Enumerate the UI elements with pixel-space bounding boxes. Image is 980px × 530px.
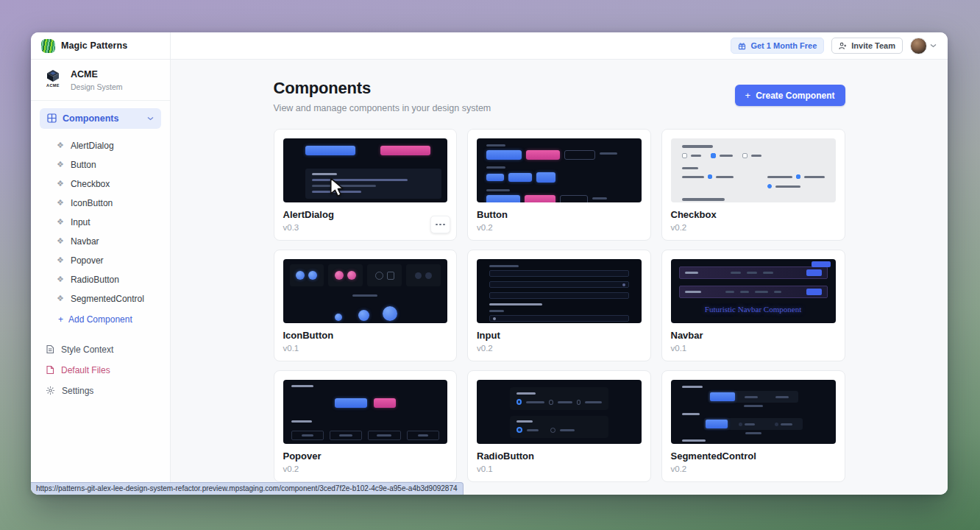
component-icon: ❖ [57, 275, 64, 283]
plus-icon: + [58, 314, 63, 325]
card-iconbutton[interactable]: IconButton v0.1 [274, 250, 458, 361]
component-icon: ❖ [57, 199, 64, 207]
default-files-label: Default Files [61, 365, 110, 375]
add-component-button[interactable]: +Add Component [31, 308, 170, 331]
person-plus-icon [839, 42, 847, 50]
button-preview [477, 138, 642, 202]
sidebar: ACME ACME Design System Components ❖Aler… [31, 60, 171, 495]
card-name: Button [477, 209, 642, 220]
mock-icon-panel [406, 264, 441, 286]
radiobutton-preview [477, 380, 642, 444]
card-checkbox[interactable]: Checkbox v0.2 [661, 129, 845, 241]
page-subtitle: View and manage components in your desig… [274, 103, 491, 113]
mock-code-panel [305, 169, 442, 199]
component-icon: ❖ [57, 141, 64, 149]
card-segmentedcontrol[interactable]: SegmentedControl v0.2 [661, 370, 845, 482]
sidebar-item-popover[interactable]: ❖Popover [31, 251, 170, 270]
card-radiobutton[interactable]: RadioButton v0.1 [467, 370, 651, 482]
card-version: v0.1 [671, 344, 836, 353]
mock-size-item [356, 310, 371, 323]
components-nav-label: Components [63, 113, 118, 124]
mock-position-button [407, 431, 439, 440]
card-name: Input [477, 330, 642, 341]
get-month-free-button[interactable]: Get 1 Month Free [731, 38, 824, 54]
card-navbar[interactable]: Futuristic Navbar Component Navbar v0.1 [661, 250, 845, 361]
card-button[interactable]: Button v0.2 [467, 129, 651, 241]
account-menu[interactable] [910, 38, 937, 54]
invite-team-label: Invite Team [851, 41, 895, 50]
grid-icon [47, 113, 57, 123]
avatar [910, 38, 927, 54]
component-label: SegmentedControl [71, 294, 144, 304]
sidebar-item-segmentedcontrol[interactable]: ❖SegmentedControl [31, 289, 170, 308]
mock-icon-panel [328, 264, 363, 286]
sidebar-item-components[interactable]: Components [40, 108, 161, 129]
card-name: Navbar [671, 330, 836, 341]
sidebar-item-default-files[interactable]: Default Files [31, 360, 170, 381]
sidebar-item-radiobutton[interactable]: ❖RadioButton [31, 270, 170, 289]
gear-icon [46, 386, 55, 395]
component-label: Navbar [71, 236, 99, 247]
page-title: Components [274, 79, 491, 98]
mock-checkbox-row [682, 153, 825, 158]
sidebar-item-input[interactable]: ❖Input [31, 213, 170, 232]
component-grid: AlertDialog v0.3 [274, 129, 845, 482]
card-version: v0.3 [283, 223, 448, 232]
card-version: v0.2 [477, 223, 642, 232]
mock-segmented-row [682, 386, 825, 407]
component-icon: ❖ [57, 294, 64, 303]
workspace-name: ACME [71, 69, 123, 81]
invite-team-button[interactable]: Invite Team [831, 38, 903, 54]
card-input[interactable]: Input v0.2 [467, 250, 651, 361]
component-label: Input [71, 217, 90, 227]
mock-size-item [383, 306, 397, 323]
component-label: Checkbox [71, 179, 110, 189]
brand-area[interactable]: Magic Patterns [31, 32, 171, 59]
mock-size-item [333, 314, 344, 323]
mock-icon-panel [367, 264, 402, 286]
app-header: Magic Patterns Get 1 Month Free [31, 32, 948, 60]
card-name: IconButton [283, 330, 448, 341]
sidebar-item-navbar[interactable]: ❖Navbar [31, 232, 170, 251]
chevron-down-icon [930, 43, 937, 48]
status-url-bar: https://patterns-git-alex-lee-design-sys… [31, 482, 464, 495]
file-icon [46, 365, 54, 375]
sidebar-item-button[interactable]: ❖Button [31, 155, 170, 174]
main-content: Components View and manage components in… [171, 60, 948, 495]
sidebar-item-checkbox[interactable]: ❖Checkbox [31, 174, 170, 194]
workspace-switcher[interactable]: ACME ACME Design System [31, 60, 170, 101]
mock-input-field [489, 281, 629, 288]
mock-input-field [489, 292, 629, 299]
sidebar-item-settings[interactable]: Settings [31, 381, 170, 401]
component-icon: ❖ [57, 160, 64, 169]
card-version: v0.2 [671, 464, 836, 473]
card-name: Popover [283, 451, 448, 462]
gift-icon [738, 42, 746, 50]
component-list: ❖AlertDialog ❖Button ❖Checkbox ❖IconButt… [31, 133, 170, 332]
card-version: v0.1 [477, 464, 642, 473]
component-icon: ❖ [57, 256, 64, 264]
component-label: RadioButton [71, 275, 119, 285]
mock-position-button [291, 431, 324, 440]
card-popover[interactable]: Popover v0.2 [274, 370, 458, 482]
mock-section [486, 166, 632, 183]
create-component-button[interactable]: + Create Component [735, 85, 845, 106]
acme-logo: ACME [43, 69, 63, 88]
mock-position-button [330, 431, 362, 440]
navbar-preview: Futuristic Navbar Component [671, 259, 836, 323]
desktop-background: { "browser": { "status_url": "https://pa… [0, 0, 980, 530]
sidebar-item-iconbutton[interactable]: ❖IconButton [31, 194, 170, 213]
card-version: v0.2 [477, 344, 642, 353]
sidebar-item-style-context[interactable]: Style Context [31, 339, 170, 360]
ellipsis-icon [439, 224, 441, 226]
component-label: Button [71, 160, 96, 170]
card-version: v0.2 [671, 223, 836, 232]
card-name: Checkbox [671, 209, 836, 220]
card-menu-button[interactable] [430, 216, 450, 233]
mock-section [486, 144, 632, 160]
style-context-label: Style Context [61, 344, 113, 355]
settings-label: Settings [62, 386, 93, 396]
card-alertdialog[interactable]: AlertDialog v0.3 [274, 129, 458, 241]
magic-patterns-logo-icon [41, 39, 55, 53]
sidebar-item-alertdialog[interactable]: ❖AlertDialog [31, 136, 170, 155]
